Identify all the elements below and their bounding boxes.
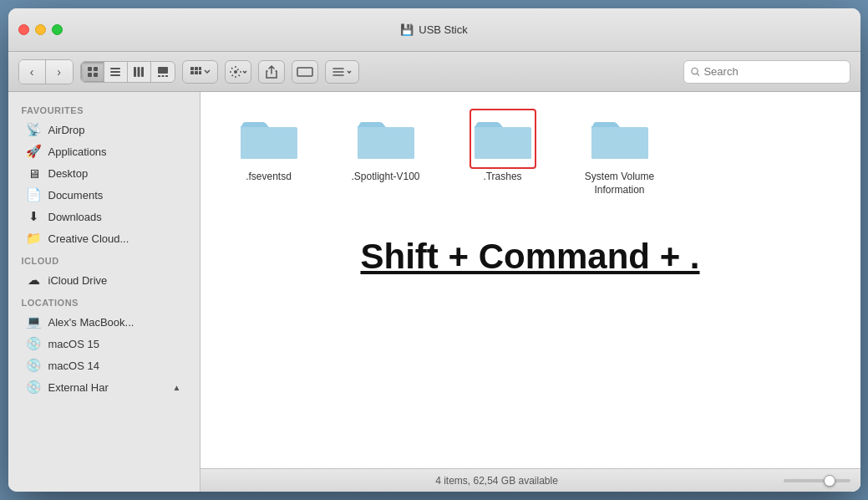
icloud-icon: ☁	[27, 273, 42, 288]
documents-icon: 📄	[27, 187, 42, 202]
view-icon-button[interactable]	[81, 62, 104, 82]
usb-icon: 💾	[400, 23, 414, 36]
svg-rect-18	[195, 71, 198, 74]
arrange-dropdown[interactable]	[325, 60, 359, 84]
view-list-button[interactable]	[104, 62, 128, 82]
slider-track	[784, 479, 850, 482]
status-bar: 4 items, 62,54 GB available	[201, 468, 860, 492]
sidebar-item-label: Downloads	[48, 211, 102, 223]
maximize-button[interactable]	[52, 24, 63, 35]
sidebar-item-label: AirDrop	[48, 124, 85, 136]
window-title: 💾 USB Stick	[400, 23, 468, 36]
view-gallery-button[interactable]	[151, 62, 175, 82]
sidebar: Favourites 📡 AirDrop 🚀 Applications 🖥 De…	[8, 92, 201, 492]
sidebar-item-macbook[interactable]: 💻 Alex's MacBook...	[13, 311, 195, 333]
nav-buttons: ‹ ›	[18, 59, 74, 84]
file-area: .fseventsd .Spotlight-V100	[201, 92, 860, 492]
svg-rect-12	[161, 75, 164, 77]
downloads-icon: ⬇	[27, 209, 42, 224]
forward-button[interactable]: ›	[46, 60, 73, 84]
back-button[interactable]: ‹	[19, 60, 46, 84]
search-icon	[691, 67, 700, 77]
sidebar-item-label: Creative Cloud...	[48, 232, 129, 245]
sidebar-item-label: Applications	[48, 145, 107, 158]
folder-name-svi: System Volume Information	[578, 171, 662, 196]
svg-rect-9	[141, 67, 144, 77]
close-button[interactable]	[18, 24, 29, 35]
view-controls	[80, 61, 175, 83]
action-button[interactable]	[225, 60, 251, 84]
svg-rect-4	[110, 68, 120, 69]
tag-button[interactable]	[292, 60, 318, 84]
group-dropdown[interactable]	[182, 60, 218, 84]
sidebar-item-label: macOS 14	[48, 360, 99, 372]
svg-rect-14	[190, 67, 194, 70]
search-input[interactable]	[703, 65, 842, 78]
sidebar-item-creative-cloud[interactable]: 📁 Creative Cloud...	[13, 227, 195, 249]
finder-window: 💾 USB Stick ‹ ›	[8, 8, 860, 492]
sidebar-item-macos15[interactable]: 💿 macOS 15	[13, 333, 195, 355]
sidebar-item-documents[interactable]: 📄 Documents	[13, 184, 195, 206]
folder-name-2: .Spotlight-V100	[351, 171, 419, 184]
folder-svg-2	[356, 112, 416, 162]
view-column-button[interactable]	[128, 62, 151, 82]
disk-icon-2: 💿	[27, 358, 42, 373]
title-text: USB Stick	[419, 23, 468, 36]
applications-icon: 🚀	[27, 144, 42, 159]
svg-rect-8	[138, 67, 140, 77]
svg-rect-1	[94, 67, 98, 71]
svg-rect-3	[94, 73, 98, 77]
sidebar-item-icloud-drive[interactable]: ☁ iCloud Drive	[13, 269, 195, 291]
creative-cloud-icon: 📁	[27, 231, 42, 246]
sidebar-item-desktop[interactable]: 🖥 Desktop	[13, 162, 195, 184]
sidebar-item-downloads[interactable]: ⬇ Downloads	[13, 206, 195, 227]
svg-rect-2	[88, 73, 92, 77]
zoom-slider[interactable]	[784, 479, 850, 482]
main-content: Favourites 📡 AirDrop 🚀 Applications 🖥 De…	[8, 92, 860, 492]
folder-icon-wrapper-2	[356, 112, 416, 166]
status-text: 4 items, 62,54 GB available	[211, 475, 784, 487]
slider-thumb	[824, 475, 835, 487]
svg-rect-21	[297, 68, 312, 76]
folder-item-trashes[interactable]: .Trashes	[461, 112, 545, 196]
icloud-label: iCloud	[8, 249, 200, 269]
folder-item-spotlight[interactable]: .Spotlight-V100	[344, 112, 428, 196]
svg-point-25	[691, 68, 697, 74]
folder-row: .fseventsd .Spotlight-V100	[227, 112, 834, 196]
folder-icon-wrapper-svi	[590, 112, 650, 166]
share-button[interactable]	[258, 60, 285, 84]
folder-name-trashes: .Trashes	[483, 171, 521, 184]
folder-item-fseventsd[interactable]: .fseventsd	[227, 112, 311, 196]
svg-rect-17	[190, 71, 194, 74]
folder-item-systemvolume[interactable]: System Volume Information	[578, 112, 662, 196]
svg-rect-13	[165, 75, 168, 77]
svg-rect-6	[110, 74, 120, 76]
locations-label: Locations	[8, 291, 200, 311]
sidebar-item-airdrop[interactable]: 📡 AirDrop	[13, 119, 195, 140]
sidebar-item-applications[interactable]: 🚀 Applications	[13, 140, 195, 162]
airdrop-icon: 📡	[27, 122, 42, 137]
sidebar-item-label: External Har	[48, 381, 109, 394]
svg-rect-16	[199, 67, 201, 70]
folder-icon-wrapper	[239, 112, 299, 166]
svg-rect-15	[195, 67, 198, 70]
folder-svg-svi	[590, 112, 650, 162]
svg-rect-0	[88, 67, 92, 71]
disk-icon: 💿	[27, 336, 42, 351]
folder-svg-trashes	[473, 112, 533, 162]
sidebar-item-macos14[interactable]: 💿 macOS 14	[13, 355, 195, 376]
favourites-label: Favourites	[8, 99, 200, 119]
minimize-button[interactable]	[35, 24, 46, 35]
external-disk-icon: 💿	[27, 380, 42, 395]
svg-rect-19	[199, 71, 201, 74]
folder-name: .fseventsd	[246, 171, 292, 184]
svg-rect-7	[134, 67, 136, 77]
sidebar-item-external-har[interactable]: 💿 External Har ▲	[13, 376, 195, 398]
sidebar-item-label: iCloud Drive	[48, 274, 108, 287]
sidebar-item-label: macOS 15	[48, 338, 99, 350]
folder-icon-wrapper-trashes	[473, 112, 533, 166]
file-grid: .fseventsd .Spotlight-V100	[201, 92, 860, 468]
search-box[interactable]	[683, 60, 850, 84]
svg-point-20	[234, 70, 237, 74]
sidebar-item-label: Desktop	[48, 167, 89, 180]
